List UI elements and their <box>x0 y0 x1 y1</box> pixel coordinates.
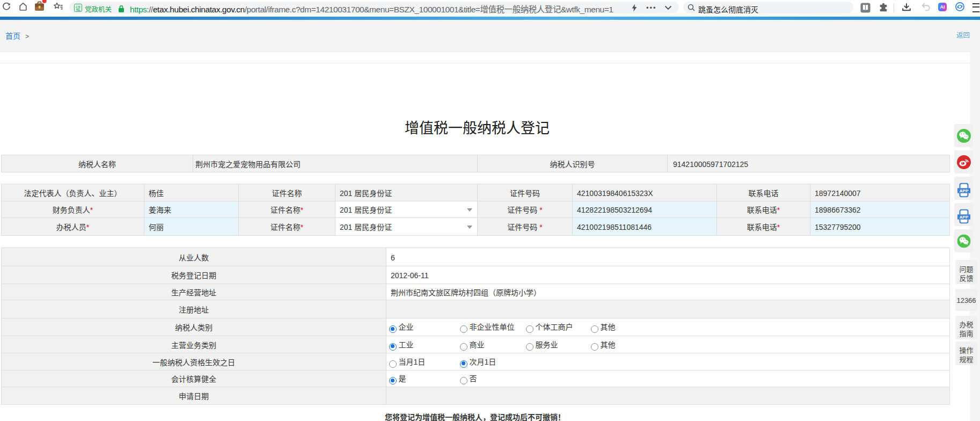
svg-text:APP: APP <box>959 188 968 193</box>
svg-text:APP: APP <box>959 215 968 220</box>
